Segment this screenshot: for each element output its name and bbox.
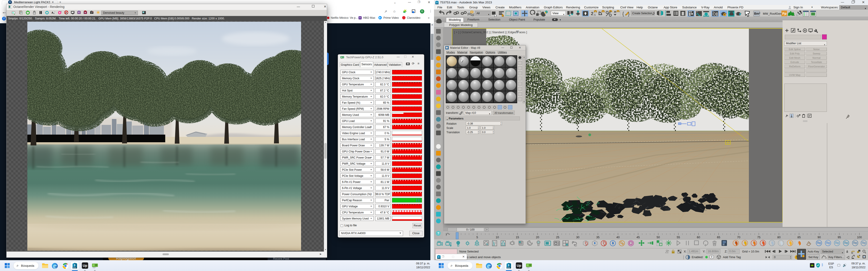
svg-text:15: 15 (516, 236, 519, 239)
svg-text:.5: .5 (594, 13, 596, 16)
svg-text:3: 3 (436, 2, 437, 4)
svg-text:5: 5 (476, 236, 478, 239)
svg-text:50: 50 (657, 236, 660, 239)
svg-text:100: 100 (857, 236, 862, 239)
svg-text:40: 40 (616, 236, 620, 239)
svg-text:{: { (622, 11, 624, 16)
svg-text:3: 3 (438, 256, 439, 258)
svg-text:20: 20 (536, 236, 539, 239)
svg-text:45: 45 (637, 236, 640, 239)
svg-text:Bm²: Bm² (754, 12, 761, 15)
svg-text:60: 60 (697, 236, 700, 239)
svg-text:MW_RoofGen: MW_RoofGen (763, 12, 781, 15)
svg-text:A: A (52, 11, 53, 14)
svg-text:90: 90 (817, 236, 821, 239)
svg-text:3: 3 (74, 264, 75, 267)
svg-text:35: 35 (596, 236, 599, 239)
svg-text:95: 95 (838, 236, 841, 239)
svg-text:MAX: MAX (73, 267, 76, 269)
svg-text:75: 75 (757, 236, 761, 239)
svg-text:Fp: Fp (782, 11, 786, 15)
svg-text:55: 55 (677, 236, 680, 239)
svg-text:25: 25 (556, 236, 559, 239)
svg-text:10: 10 (496, 236, 499, 239)
svg-text:2: 2 (591, 11, 593, 16)
svg-text:65: 65 (717, 236, 720, 239)
svg-text:}: } (628, 11, 629, 16)
svg-text:MAX: MAX (507, 267, 510, 269)
svg-text:85: 85 (798, 236, 801, 239)
svg-text:rt: rt (53, 12, 55, 14)
svg-text:3: 3 (508, 264, 509, 267)
svg-text:70: 70 (737, 236, 740, 239)
svg-text:30: 30 (576, 236, 579, 239)
svg-text:80: 80 (777, 236, 780, 239)
